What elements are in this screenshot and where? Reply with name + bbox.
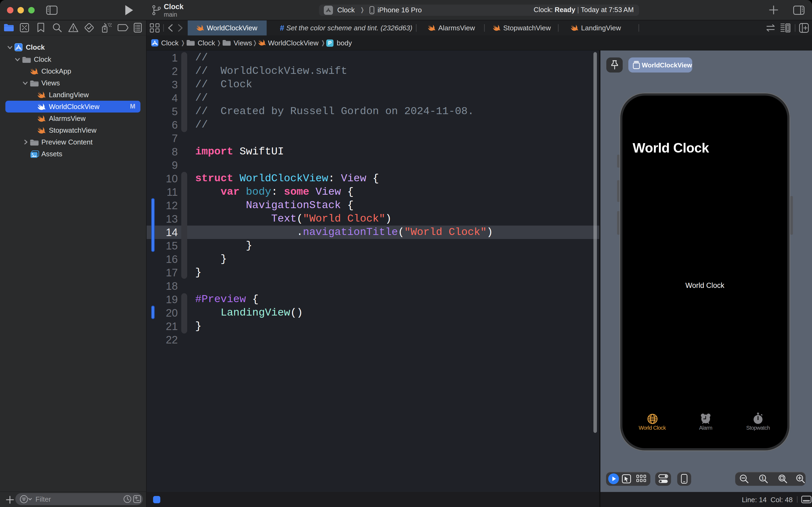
svg-text:1: 1 [761,475,764,481]
